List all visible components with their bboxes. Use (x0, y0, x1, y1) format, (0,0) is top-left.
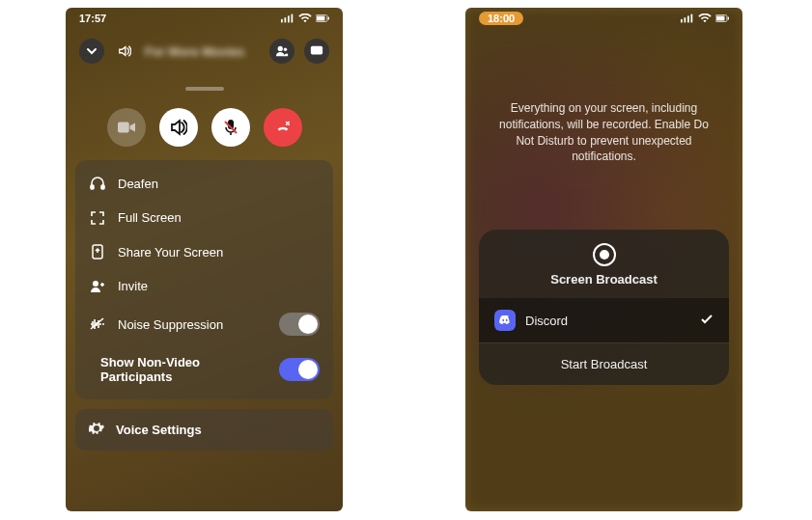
noise-icon (89, 317, 106, 331)
svg-rect-1 (285, 17, 287, 22)
svg-point-7 (278, 46, 283, 51)
svg-rect-24 (728, 17, 729, 20)
drag-handle[interactable] (185, 87, 224, 91)
broadcast-title: Screen Broadcast (479, 272, 729, 287)
svg-rect-0 (281, 19, 283, 23)
camera-button[interactable] (107, 108, 146, 147)
start-broadcast-label: Start Broadcast (561, 357, 648, 371)
clock-pill: 18:00 (479, 12, 523, 25)
svg-rect-10 (118, 123, 129, 133)
option-label: Show Non-Video Participants (100, 355, 267, 384)
option-label: Invite (118, 279, 320, 293)
option-deafen[interactable]: Deafen (75, 166, 333, 201)
signal-icon (681, 14, 694, 23)
svg-rect-3 (292, 14, 294, 23)
option-share-screen[interactable]: Share Your Screen (75, 234, 333, 269)
status-icons (681, 14, 729, 23)
audio-output-button[interactable] (159, 108, 198, 147)
mute-button[interactable] (211, 108, 250, 147)
option-label: Full Screen (118, 210, 320, 225)
phone-left: 17:57 For More Movies (66, 8, 343, 511)
option-invite[interactable]: Invite (75, 269, 333, 303)
svg-rect-5 (317, 16, 324, 21)
members-button[interactable] (269, 39, 294, 64)
svg-rect-2 (288, 15, 290, 22)
broadcast-card: Screen Broadcast Discord Start Broadcast (479, 230, 729, 385)
svg-rect-9 (311, 46, 322, 55)
gear-icon (89, 421, 104, 439)
svg-rect-13 (91, 185, 94, 189)
nonvideo-toggle[interactable] (279, 358, 320, 381)
chat-button[interactable] (304, 39, 329, 64)
option-noise-suppression: Noise Suppression (75, 303, 333, 345)
option-label: Noise Suppression (118, 317, 267, 332)
record-icon (593, 243, 616, 266)
svg-rect-21 (691, 14, 693, 23)
phone-right: 18:00 Everything on your screen, includi… (465, 8, 742, 511)
battery-icon (715, 14, 729, 23)
option-label: Deafen (118, 177, 320, 191)
broadcast-app-row[interactable]: Discord (479, 298, 729, 342)
speaker-icon (114, 41, 135, 62)
hangup-button[interactable] (264, 108, 302, 147)
broadcast-header: Screen Broadcast (479, 230, 729, 298)
clock: 17:57 (79, 13, 106, 24)
noise-toggle[interactable] (279, 313, 320, 336)
svg-rect-18 (681, 19, 683, 23)
broadcast-app-label: Discord (525, 314, 568, 328)
status-bar: 18:00 (465, 8, 742, 29)
battery-icon (316, 14, 329, 23)
wifi-icon (698, 14, 712, 23)
headphones-icon (89, 176, 106, 191)
svg-rect-14 (101, 185, 104, 189)
fullscreen-icon (89, 211, 106, 225)
check-icon (700, 313, 714, 329)
svg-point-16 (93, 281, 98, 287)
options-panel: Deafen Full Screen Share Your Screen Inv… (75, 160, 333, 399)
svg-rect-19 (685, 17, 686, 22)
collapse-button[interactable] (79, 39, 104, 64)
call-header: For More Movies (66, 29, 343, 73)
discord-icon (494, 310, 516, 331)
svg-rect-20 (687, 15, 689, 22)
option-label: Share Your Screen (118, 245, 320, 260)
signal-icon (281, 14, 294, 23)
option-show-nonvideo: Show Non-Video Participants (75, 345, 333, 394)
svg-rect-23 (716, 16, 724, 21)
start-broadcast-button[interactable]: Start Broadcast (479, 342, 729, 385)
broadcast-warning: Everything on your screen, including not… (494, 100, 714, 165)
voice-settings-label: Voice Settings (116, 423, 202, 437)
status-icons (281, 14, 329, 23)
svg-point-8 (284, 48, 288, 52)
option-fullscreen[interactable]: Full Screen (75, 201, 333, 234)
status-bar: 17:57 (66, 8, 343, 29)
channel-name: For More Movies (145, 44, 260, 59)
voice-settings-row[interactable]: Voice Settings (75, 409, 333, 451)
call-controls (66, 108, 343, 147)
share-screen-icon (89, 244, 106, 260)
invite-icon (89, 280, 106, 293)
svg-rect-6 (328, 17, 329, 20)
wifi-icon (298, 14, 312, 23)
